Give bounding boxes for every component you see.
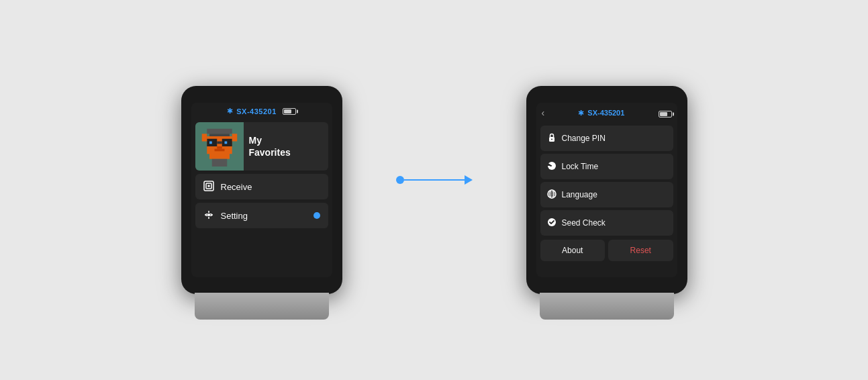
status-bar-1: ✱ SX-435201 — [191, 103, 332, 120]
reset-button[interactable]: Reset — [608, 240, 673, 261]
arrow-line — [404, 179, 465, 181]
svg-rect-11 — [211, 159, 227, 167]
bluetooth-icon: ✱ — [227, 107, 233, 115]
globe-icon — [547, 189, 557, 201]
language-label: Language — [562, 190, 597, 199]
bottom-buttons: About Reset — [540, 240, 673, 261]
avatar-image — [195, 122, 244, 171]
favorites-label: My Favorites — [244, 134, 328, 158]
battery-icon-2 — [659, 111, 672, 117]
favorites-item[interactable]: My Favorites — [195, 122, 328, 171]
pixel-art — [199, 126, 240, 167]
svg-rect-8 — [217, 146, 222, 149]
device-stand-1 — [195, 293, 329, 320]
screen-content-2: Change PIN Lock Time — [536, 123, 677, 277]
language-item[interactable]: Language — [540, 182, 673, 207]
seed-check-label: Seed Check — [562, 218, 606, 228]
settings-icon — [203, 209, 214, 222]
clock-icon — [547, 161, 557, 173]
setting-label: Setting — [221, 211, 248, 221]
lock-icon — [547, 133, 557, 144]
receive-label: Receive — [221, 182, 252, 192]
svg-rect-10 — [209, 152, 230, 159]
receive-item[interactable]: Receive — [195, 174, 328, 199]
change-pin-item[interactable]: Change PIN — [540, 126, 673, 151]
device-2: ‹ ✱ SX-435201 — [526, 86, 687, 294]
svg-rect-9 — [214, 149, 224, 152]
battery-fill-1 — [284, 109, 291, 113]
device-id-2: SX-435201 — [587, 109, 624, 117]
change-pin-label: Change PIN — [562, 134, 606, 143]
svg-rect-6 — [209, 142, 212, 144]
svg-rect-5 — [217, 142, 222, 144]
arrow-start-dot — [396, 176, 404, 184]
screen-2: ‹ ✱ SX-435201 — [536, 103, 677, 277]
receive-icon — [203, 181, 214, 193]
svg-rect-7 — [224, 142, 227, 144]
about-button[interactable]: About — [540, 240, 606, 261]
battery-icon-1 — [283, 108, 296, 115]
device-stand-2 — [540, 293, 674, 320]
status-bar-2: ‹ ✱ SX-435201 — [536, 103, 677, 123]
setting-item[interactable]: Setting — [195, 203, 328, 228]
back-button[interactable]: ‹ — [542, 107, 545, 118]
svg-rect-12 — [201, 134, 207, 141]
arrow-head — [465, 175, 473, 185]
svg-point-25 — [551, 138, 552, 140]
svg-rect-0 — [207, 129, 232, 134]
screen-1: ✱ SX-435201 — [191, 103, 332, 277]
seed-check-item[interactable]: Seed Check — [540, 210, 673, 236]
svg-rect-16 — [207, 185, 209, 187]
battery-fill-2 — [660, 112, 667, 116]
lock-time-label: Lock Time — [562, 162, 599, 171]
lock-time-item[interactable]: Lock Time — [540, 154, 673, 179]
svg-rect-13 — [232, 134, 237, 141]
checkmark-icon — [547, 218, 557, 229]
svg-rect-1 — [209, 134, 230, 136]
device-id-1: SX-435201 — [236, 107, 277, 115]
arrow-connector — [396, 175, 473, 185]
screen-content-1: My Favorites Receive — [191, 120, 332, 277]
setting-indicator — [314, 212, 320, 219]
device-1: ✱ SX-435201 — [181, 86, 342, 294]
bluetooth-icon-2: ✱ — [578, 109, 584, 117]
